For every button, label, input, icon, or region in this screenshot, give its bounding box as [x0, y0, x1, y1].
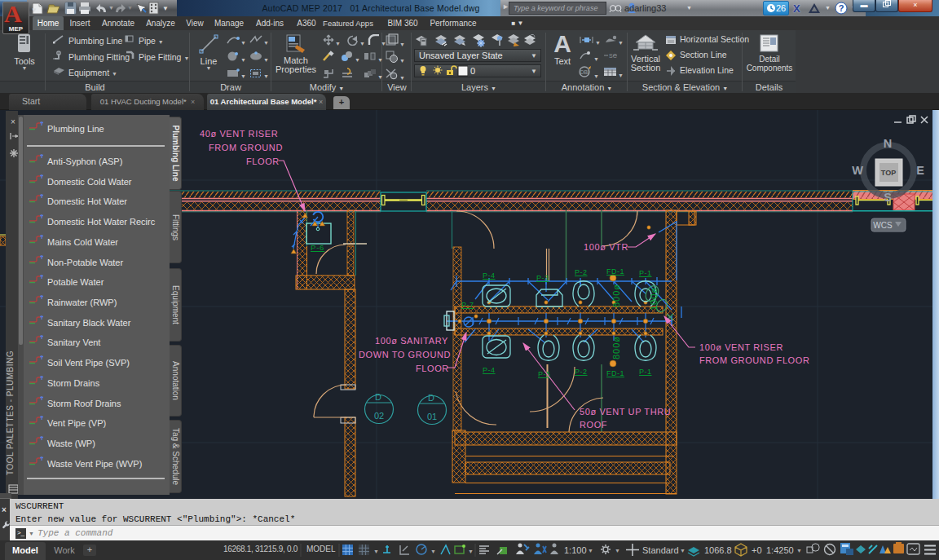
svg-text:▼: ▼ [127, 5, 133, 11]
svg-text:P-2: P-2 [575, 268, 588, 276]
svg-text:FROM GROUND FLOOR: FROM GROUND FLOOR [699, 355, 809, 365]
svg-text:1066.8: 1066.8 [704, 545, 732, 555]
svg-text:N: N [884, 137, 892, 150]
svg-text:▼: ▼ [796, 548, 802, 553]
svg-text:▼: ▼ [430, 549, 436, 554]
svg-text:P-4: P-4 [483, 271, 496, 280]
svg-text:P-4: P-4 [483, 366, 496, 374]
svg-text:W: W [852, 164, 863, 177]
svg-text:▼: ▼ [108, 5, 114, 11]
svg-text:ROOF: ROOF [580, 420, 607, 430]
svg-text:▼: ▼ [468, 549, 474, 554]
svg-text:800ø: 800ø [611, 284, 621, 307]
svg-text:D: D [375, 392, 381, 402]
svg-text:02: 02 [374, 411, 384, 421]
svg-text:100ø: 100ø [649, 287, 659, 311]
svg-text:▼: ▼ [162, 5, 169, 12]
svg-text:100ø VENT RISER: 100ø VENT RISER [699, 342, 783, 352]
svg-text:P-1: P-1 [639, 269, 652, 277]
svg-text:P-2: P-2 [575, 368, 588, 376]
svg-text:FD-1: FD-1 [606, 369, 624, 377]
svg-text:▼: ▼ [373, 549, 379, 554]
svg-text:WCS: WCS [873, 221, 893, 230]
svg-text:40ø VENT RISER: 40ø VENT RISER [200, 129, 278, 139]
svg-text:+0: +0 [752, 545, 762, 555]
svg-text:100ø SANITARY: 100ø SANITARY [375, 336, 448, 346]
svg-text:FROM GROUND: FROM GROUND [209, 143, 283, 152]
svg-text:E: E [916, 164, 924, 177]
svg-text:Standard: Standard [642, 545, 679, 555]
svg-text:50ø VENT UP THRU: 50ø VENT UP THRU [580, 407, 671, 417]
svg-text:FLOOR: FLOOR [246, 157, 280, 166]
svg-text:DOWN TO GROUND: DOWN TO GROUND [359, 350, 451, 359]
svg-text:DBl: DBl [580, 69, 589, 75]
svg-text:800ø: 800ø [611, 336, 621, 359]
svg-text:FD-1: FD-1 [606, 267, 624, 276]
svg-text:D: D [428, 393, 434, 403]
svg-text:P-6: P-6 [311, 243, 324, 252]
svg-text:1:100: 1:100 [564, 545, 587, 555]
svg-text:▼: ▼ [615, 548, 620, 553]
svg-text:?: ? [839, 3, 844, 13]
svg-text:▼: ▼ [680, 548, 686, 553]
svg-text:P-3: P-3 [536, 274, 549, 282]
svg-text:SC: SC [609, 53, 617, 59]
svg-text:01: 01 [427, 412, 437, 421]
svg-text:P-7: P-7 [461, 301, 474, 309]
svg-text:P-1: P-1 [639, 368, 652, 376]
svg-text:FLOOR: FLOOR [416, 364, 449, 373]
svg-text:S: S [884, 191, 892, 204]
svg-text:1:4250: 1:4250 [766, 545, 794, 555]
svg-text:TOP: TOP [881, 169, 896, 177]
svg-text:100ø VTR: 100ø VTR [584, 242, 628, 252]
svg-text:▼: ▼ [588, 548, 593, 553]
